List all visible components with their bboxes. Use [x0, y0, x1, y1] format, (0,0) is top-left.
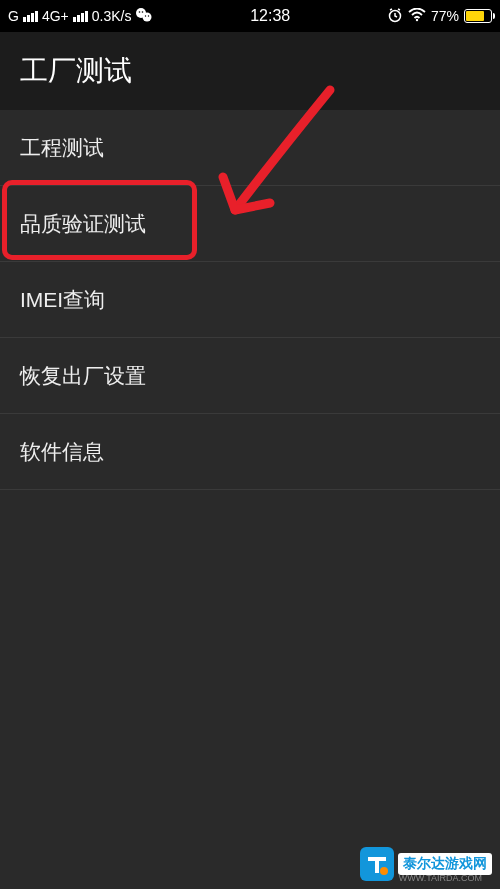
battery-icon	[464, 9, 492, 23]
battery-pct: 77%	[431, 8, 459, 24]
clock: 12:38	[250, 7, 290, 25]
svg-point-3	[142, 11, 144, 13]
svg-point-8	[380, 867, 388, 875]
menu-item-software-info[interactable]: 软件信息	[0, 414, 500, 490]
speed-label: 0.3K/s	[92, 8, 132, 24]
carrier-label: G	[8, 8, 19, 24]
menu-item-imei-query[interactable]: IMEI查询	[0, 262, 500, 338]
status-right: 77%	[387, 7, 492, 26]
status-left: G 4G+ 0.3K/s	[8, 7, 153, 26]
menu-item-engineering-test[interactable]: 工程测试	[0, 110, 500, 186]
svg-point-2	[139, 11, 141, 13]
menu-item-factory-reset[interactable]: 恢复出厂设置	[0, 338, 500, 414]
signal-icon-2	[73, 11, 88, 22]
menu-item-label: IMEI查询	[20, 286, 105, 314]
network-label: 4G+	[42, 8, 69, 24]
alarm-icon	[387, 7, 403, 26]
page-title: 工厂测试	[20, 52, 132, 90]
svg-point-7	[416, 18, 418, 20]
status-bar: G 4G+ 0.3K/s 12:38 77%	[0, 0, 500, 32]
signal-icon	[23, 11, 38, 22]
menu-list: 工程测试 品质验证测试 IMEI查询 恢复出厂设置 软件信息	[0, 110, 500, 490]
watermark-url: WWW.TAIRDA.COM	[399, 873, 482, 883]
svg-point-4	[145, 15, 146, 16]
menu-item-quality-test[interactable]: 品质验证测试	[0, 186, 500, 262]
wechat-icon	[135, 7, 153, 26]
menu-item-label: 软件信息	[20, 438, 104, 466]
menu-item-label: 品质验证测试	[20, 210, 146, 238]
watermark-text: 泰尔达游戏网	[398, 853, 492, 875]
menu-item-label: 工程测试	[20, 134, 104, 162]
app-header: 工厂测试	[0, 32, 500, 110]
svg-point-1	[143, 12, 152, 21]
watermark: 泰尔达游戏网 WWW.TAIRDA.COM	[360, 847, 492, 881]
watermark-badge-icon	[360, 847, 394, 881]
menu-item-label: 恢复出厂设置	[20, 362, 146, 390]
svg-point-5	[148, 15, 149, 16]
wifi-icon	[408, 8, 426, 25]
